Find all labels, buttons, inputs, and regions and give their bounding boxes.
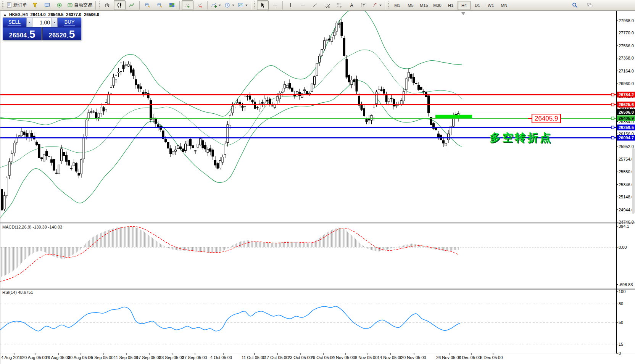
svg-text:11 Sep 05:00: 11 Sep 05:00	[114, 355, 139, 360]
svg-text:6 Dec 05:00: 6 Dec 05:00	[480, 355, 503, 360]
timeframe-d1-button[interactable]: D1	[471, 1, 484, 10]
candlestick-chart-button[interactable]	[114, 0, 126, 10]
turning-point-annotation[interactable]: 多空转折点	[490, 130, 553, 145]
chart-symbol: HK50-,H4	[9, 12, 28, 17]
cursor-tool-button[interactable]	[257, 0, 269, 10]
timeframe-m30-button[interactable]: M30	[431, 1, 444, 10]
svg-text:26784.2: 26784.2	[619, 92, 634, 97]
volume-input[interactable]: 1.00	[32, 18, 52, 27]
volume-decrease-button[interactable]: ▼	[26, 18, 32, 27]
toolbar-grip	[2, 2, 3, 9]
macd-pane[interactable]	[0, 226, 616, 281]
zoom-out-button[interactable]	[154, 0, 166, 10]
chat-button[interactable]	[584, 0, 596, 10]
timeframe-m5-button[interactable]: M5	[404, 1, 417, 10]
tile-windows-button[interactable]	[166, 0, 178, 10]
toolbar-separator	[179, 1, 180, 10]
chart-shift-button[interactable]	[194, 0, 206, 10]
timeframe-h1-button[interactable]: H1	[444, 1, 457, 10]
buy-price-dot: .	[67, 33, 69, 39]
rsi-pane[interactable]	[0, 304, 616, 344]
vertical-line-tool-button[interactable]	[285, 0, 297, 10]
chart-canvas[interactable]: 27968.027770.027566.027368.027164.026960…	[0, 11, 635, 364]
text-tool-button[interactable]: A	[346, 0, 358, 10]
text-label-tool-button[interactable]: T	[358, 0, 370, 10]
timeframe-mn-button[interactable]: MN	[498, 1, 511, 10]
crosshair-icon	[272, 2, 278, 8]
toolbar-separator	[139, 1, 140, 10]
trendline-tool-button[interactable]	[309, 0, 321, 10]
horizontal-line-icon	[300, 2, 306, 8]
svg-text:100: 100	[619, 289, 625, 294]
svg-text:14 Nov 05:00: 14 Nov 05:00	[377, 355, 402, 360]
buy-price-button[interactable]: 26520.5	[42, 27, 81, 40]
toolbar-separator	[251, 1, 251, 10]
periods-button[interactable]	[223, 0, 236, 10]
search-button[interactable]	[569, 0, 581, 10]
bar-chart-button[interactable]	[102, 0, 113, 10]
svg-text:15: 15	[619, 342, 623, 346]
zoom-in-button[interactable]	[142, 0, 153, 10]
svg-text:25754.0: 25754.0	[619, 157, 634, 161]
svg-text:0: 0	[619, 351, 621, 356]
svg-text:-698.83: -698.83	[619, 282, 633, 287]
zoom-in-icon	[145, 2, 150, 8]
sell-price-main: 26504	[9, 32, 27, 39]
autotrading-button[interactable]: 自动交易	[66, 0, 94, 10]
new-order-label: 新订单	[13, 2, 27, 8]
autotrading-label: 自动交易	[74, 2, 92, 8]
dropdown-caret	[219, 5, 221, 6]
funnel-button[interactable]	[29, 0, 41, 10]
buy-price-pip: 5	[69, 30, 75, 39]
chart-window[interactable]: 27968.027770.027566.027368.027164.026960…	[0, 11, 635, 364]
volume-increase-button[interactable]: ▲	[52, 18, 58, 27]
svg-text:17 Sep 05:00: 17 Sep 05:00	[136, 355, 161, 360]
autoscroll-button[interactable]	[182, 0, 193, 10]
indicators-button[interactable]	[210, 0, 222, 10]
symbol-triangle-icon: ▲	[3, 13, 6, 16]
tile-windows-icon	[169, 2, 175, 8]
crosshair-tool-button[interactable]	[269, 0, 281, 10]
timeframe-m1-button[interactable]: M1	[391, 1, 404, 10]
monitor-icon	[44, 2, 50, 8]
timeframe-w1-button[interactable]: W1	[484, 1, 497, 10]
arrows-tool-button[interactable]	[370, 0, 383, 10]
templates-button[interactable]	[236, 0, 249, 10]
sell-price-button[interactable]: 26504.5	[3, 27, 42, 40]
svg-text:27368.0: 27368.0	[619, 56, 634, 60]
buy-price-main: 26520	[49, 32, 67, 39]
toolbar-separator	[207, 1, 208, 10]
channel-tool-button[interactable]: E	[321, 0, 333, 10]
rsi-axis: 1008050150	[616, 289, 625, 356]
timeframe-m15-button[interactable]: M15	[417, 1, 430, 10]
svg-text:4 Oct 05:00: 4 Oct 05:00	[210, 355, 232, 360]
horizontal-line-tool-button[interactable]	[297, 0, 309, 10]
svg-text:8 Nov 05:00: 8 Nov 05:00	[355, 355, 377, 360]
buy-button[interactable]: BUY	[58, 18, 81, 27]
svg-text:26625.6: 26625.6	[619, 102, 634, 107]
time-axis[interactable]: 4 Aug 201920 Aug 05:0026 Aug 05:0030 Aug…	[1, 353, 503, 360]
svg-text:25550.0: 25550.0	[619, 169, 634, 174]
svg-text:23 Oct 05:00: 23 Oct 05:00	[288, 355, 312, 360]
svg-text:25952.0: 25952.0	[619, 144, 634, 149]
price-callout-box[interactable]: 26405.9	[532, 114, 561, 123]
timeframe-h4-button[interactable]: H4	[458, 1, 471, 10]
new-order-button[interactable]: 新订单	[5, 0, 29, 10]
vertical-scrollbar[interactable]	[632, 148, 635, 214]
sell-button[interactable]: SELL	[3, 18, 26, 27]
fibonacci-tool-button[interactable]: F	[334, 0, 345, 10]
sell-label: SELL	[8, 19, 21, 26]
rsi-indicator-label: RSI(14) 48.6751	[2, 290, 33, 295]
price-pane[interactable]	[0, 11, 616, 217]
chart-shift-icon	[197, 2, 203, 8]
signal-button[interactable]	[53, 0, 65, 10]
svg-text:27 Sep 05:00: 27 Sep 05:00	[182, 355, 207, 360]
line-chart-button[interactable]	[126, 0, 138, 10]
svg-text:25148.0: 25148.0	[619, 195, 634, 199]
one-click-trading-panel: SELL ▼ 1.00 ▲ BUY 26504.5 26520.5	[3, 18, 81, 40]
search-icon	[572, 2, 578, 8]
toolbar-separator	[385, 1, 385, 10]
fibonacci-icon: F	[337, 2, 342, 8]
ohlc-low: 26377.0	[66, 12, 81, 17]
market-watch-button[interactable]	[41, 0, 53, 10]
